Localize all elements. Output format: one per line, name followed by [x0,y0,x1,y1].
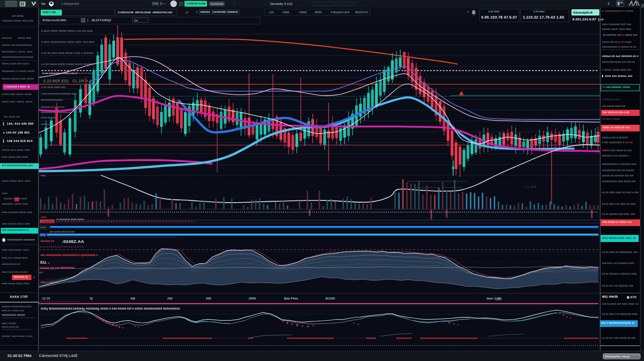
svg-text:13 19: 13 19 [42,296,50,300]
svg-text:4 4444444: 4 4444444 [41,220,54,223]
svg-text:MA: MA [39,271,43,274]
svg-text:P4ls.: P4ls. [41,174,46,177]
svg-text:8/1100: 8/1100 [326,296,335,300]
svg-text:4.44 4444 4444 444: 4.44 4444 4444 444 [41,86,65,88]
svg-text:44444 444 4444: 44444 444 4444 [41,116,58,119]
svg-text:4.4044 40444/40444 44044 4404.: 4.4044 40444/40444 44044 4404. 444.4444 [41,41,95,43]
svg-text:444|4: 444|4 [40,226,46,229]
svg-text:B 44444444 4444 44444: B 44444444 4444 44444 [57,218,84,221]
svg-text:.0245Z.AA: .0245Z.AA [62,239,84,244]
svg-text:0.23 M(R.ED) CL.DR A.90: 0.23 M(R.ED) CL.DR A.90 [43,79,94,83]
svg-text:206: 206 [167,296,172,300]
svg-text:444444444444444444444444444444: 4444444444444444444444444444444 [407,180,468,183]
svg-text:AB: AB [130,296,135,300]
svg-text:44444|4 44: 44444|4 44 [40,239,54,242]
svg-text:44444444444444444: 44444444444444444 [41,99,62,101]
svg-text:4.4.44 40444 44044 44444 44444: 4.4.44 40444 44044 44444 44444 444/4444 [41,63,95,65]
svg-text:208: 208 [206,296,211,300]
svg-text:4444: 4444 [41,216,46,219]
svg-text:1.0 444: 1.0 444 [524,185,537,188]
svg-text:44s 4444444444 44444444474.4|4: 44s 4444444444 44444444474.4|44444444 4 [40,253,98,257]
svg-text:Baa P4ss: Baa P4ss [284,296,298,300]
svg-text:2008: 2008 [249,296,256,300]
svg-text:+ 444 4444444444 44444444 4444: + 444 4444444444 44444444 4444 [41,92,77,95]
svg-text:.444 44444 444 44 4444: .444 44444 444 44 4444 [49,230,74,233]
svg-text:G44y W4d4444444444 b44444g 444: G44y W4d4444444444 b44444g 4444444g 4444… [41,307,180,311]
svg-text:5): 5) [90,296,93,300]
svg-text:(4): (4) [498,296,502,300]
svg-text:4444444 44 44444 444: 4444444 44 44444 444 [41,106,64,108]
svg-text:4.4043 44045 43040 45044 4.44: 4.4043 44045 43040 45044 4.44 444.4040 [41,30,93,32]
svg-text:4.44 44.4044 4044 44444 4.444: 4.44 44.4044 4044 44444 4.444 1.44/4444 [41,52,93,54]
svg-text:EU.: EU. [40,260,47,265]
svg-text:4..: 4.. [48,262,51,265]
